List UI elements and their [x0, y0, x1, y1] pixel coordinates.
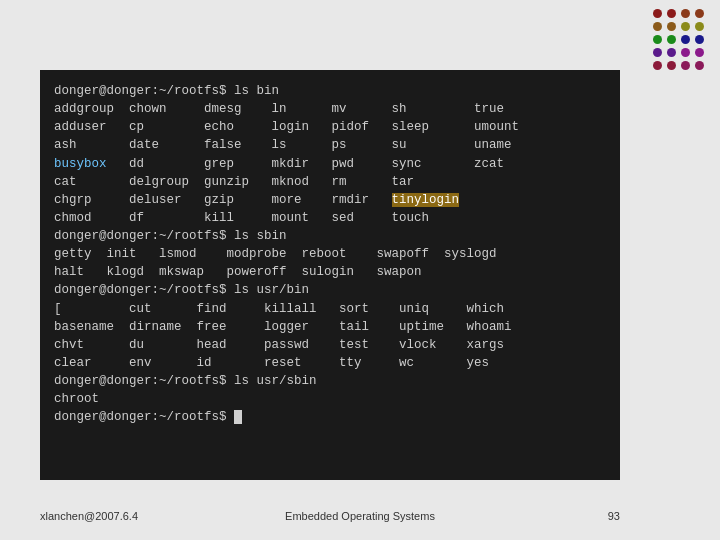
footer-title: Embedded Operating Systems — [285, 510, 435, 522]
footer-center: Embedded Operating Systems — [285, 510, 435, 522]
dots-decoration — [652, 8, 712, 98]
terminal-content: donger@donger:~/rootfs$ ls bin addgroup … — [54, 82, 606, 426]
cursor — [234, 410, 242, 424]
slide: donger@donger:~/rootfs$ ls bin addgroup … — [0, 0, 720, 540]
footer-page: 93 — [608, 510, 620, 522]
line-1: donger@donger:~/rootfs$ ls bin addgroup … — [54, 84, 519, 424]
footer-right: 93 — [608, 510, 620, 522]
terminal: donger@donger:~/rootfs$ ls bin addgroup … — [40, 70, 620, 480]
footer-author: xlanchen@2007.6.4 — [40, 510, 138, 522]
footer-left: xlanchen@2007.6.4 — [40, 510, 138, 522]
